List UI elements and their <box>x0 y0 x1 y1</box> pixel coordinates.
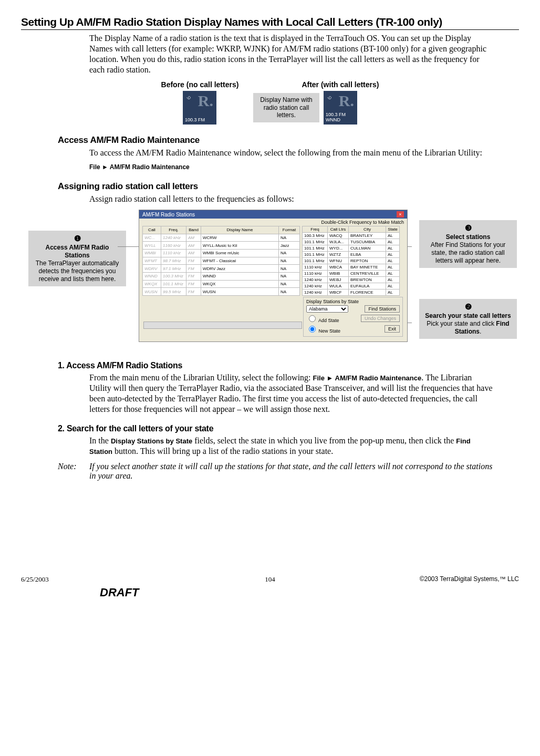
col-freq: Freq. <box>161 226 186 234</box>
heading-step1: 1. Access AM/FM Radio Stations <box>58 361 519 370</box>
callout-text-3: After Find Stations for your state, the … <box>431 241 506 264</box>
callout-number-3: ❸ <box>423 223 513 233</box>
signal-icon: ꩜ <box>327 94 333 101</box>
table-row[interactable]: 101.1 MHzWYD...CULLMANAL <box>303 245 400 252</box>
callout-step1: ❶ Access AM/FM Radio Stations The TerraP… <box>28 231 126 286</box>
display-by-state-label: Display Stations by State <box>306 299 400 304</box>
after-call-text: WNND <box>326 117 355 122</box>
radio-glyph: R. <box>198 92 213 110</box>
col-format: Format <box>279 226 300 234</box>
window-title: AM/FM Radio Stations <box>142 212 195 218</box>
footer-date: 6/25/2003 <box>21 575 49 584</box>
find-stations-button[interactable]: Find Stations <box>365 305 400 313</box>
callout-step3: ❸ Select stations After Find Stations fo… <box>419 220 517 268</box>
after-label: After (with call letters) <box>302 80 379 89</box>
table-row[interactable]: WUSN99.5 MHzFMWUSNNA <box>143 288 300 296</box>
new-state-radio[interactable]: New State <box>306 324 340 334</box>
table-row[interactable]: 1240 kHzWULAEUFAULAAL <box>303 283 400 289</box>
table-row[interactable]: WC...1240 kHzAMWCRWNA <box>143 234 300 242</box>
heading-assigning: Assigning radio station call letters <box>58 181 519 192</box>
table-row[interactable]: WDRV97.1 MHzFMWDRV JazzNA <box>143 265 300 273</box>
table-row[interactable]: 1110 kHzWBIBCENTREVILLEAL <box>303 271 400 277</box>
note-row: Note: If you select another state it wil… <box>58 462 519 481</box>
menu-path-access: File ► AM/FM Radio Maintenance <box>89 163 519 171</box>
before-label: Before (no call letters) <box>161 80 239 89</box>
inline-menu-path: File ► AM/FM Radio Maintenance <box>313 374 422 382</box>
callout-title-2: Search your state call letters <box>425 312 511 319</box>
page-footer: 6/25/2003 ©2003 TerraDigital Systems,™ L… <box>21 575 519 599</box>
signal-icon: ꩜ <box>186 94 192 101</box>
radio-icon-before: ꩜ R. 100.3 FM <box>183 91 216 125</box>
display-name-callout: Display Name with radio station call let… <box>253 93 319 122</box>
table-row[interactable]: WKQX101.1 MHzFMWKQXNA <box>143 280 300 288</box>
state-select[interactable]: Alabama <box>306 305 348 313</box>
table-row[interactable]: 101.1 MHzWJLA...TUSCUMBIAAL <box>303 239 400 245</box>
add-state-radio[interactable]: Add State <box>306 314 339 323</box>
callout-text-2a: Pick your state and click <box>427 320 496 327</box>
table-row[interactable]: 1240 kHzWBCFFLORENCEAL <box>303 289 400 296</box>
radio-glyph: R. <box>339 92 354 110</box>
table-row[interactable]: WMBI1110 kHzAMWMBI Some mUsicNA <box>143 249 300 257</box>
titlebar: AM/FM Radio Stations × <box>139 210 407 219</box>
detected-frequencies-table[interactable]: Call Freq. Band Display Name Format WC..… <box>142 226 300 296</box>
access-paragraph: To access the AM/FM Radio Maintenance wi… <box>89 148 493 158</box>
col-freq2: Freq <box>303 226 328 233</box>
intro-paragraph: The Display Name of a radio station is t… <box>89 33 493 75</box>
heading-step2: 2. Search for the call letters of your s… <box>58 424 519 433</box>
table-row[interactable]: WNND100.3 MHzFMWNNDNA <box>143 272 300 280</box>
footer-copyright: ©2003 TerraDigital Systems,™ LLC <box>420 575 519 583</box>
note-text: If you select another state it will call… <box>89 462 493 481</box>
table-row[interactable]: 1240 kHzWEBJBREWTONAL <box>303 277 400 283</box>
before-freq-text: 100.3 FM <box>185 117 214 122</box>
undo-changes-button[interactable]: Undo Changes <box>361 315 400 322</box>
col-state: State <box>386 226 400 233</box>
col-band: Band <box>186 226 201 234</box>
step2-paragraph: In the Display Stations by State fields,… <box>89 436 493 457</box>
callout-title-1: Access AM/FM Radio Stations <box>46 244 109 259</box>
col-callltr: Call Ltrs <box>328 226 349 233</box>
step1-paragraph: From the main menu of the Librarian Util… <box>89 372 493 415</box>
callout-number-1: ❶ <box>33 234 122 244</box>
assign-paragraph: Assign radio station call letters to the… <box>89 194 493 204</box>
col-call: Call <box>143 226 161 234</box>
col-display-name: Display Name <box>201 226 279 234</box>
page-title: Setting Up AM/FM Radio Station Display N… <box>21 16 519 30</box>
note-label: Note: <box>58 462 89 481</box>
state-stations-table[interactable]: Freq Call Ltrs City State 100.3 MHzWACQB… <box>302 226 400 296</box>
table-row[interactable]: 101.1 MHzWZTZELBAAL <box>303 252 400 258</box>
after-freq-text: 100.3 FM <box>326 112 355 117</box>
callout-text-2c: . <box>480 328 481 335</box>
callout-number-2: ❷ <box>423 302 513 312</box>
callout-text-1: The TerraPlayer automatically detects th… <box>36 260 119 283</box>
horizontal-scrollbar[interactable] <box>143 322 302 329</box>
table-row[interactable]: WFMT98.7 MHzFMWFMT - ClassicalNA <box>143 257 300 265</box>
hint-text: Double-Click Frequency to Make Match <box>139 219 407 226</box>
controls-panel: Display Stations by State Alabama Find S… <box>303 297 403 338</box>
callout-step2: ❷ Search your state call letters Pick yo… <box>419 299 517 339</box>
callout-title-3: Select stations <box>446 233 491 241</box>
exit-button[interactable]: Exit <box>385 325 400 333</box>
heading-access: Access AM/FM Radio Maintenance <box>58 135 519 146</box>
table-row[interactable]: 1110 kHzWBCABAY MINETTEAL <box>303 264 400 271</box>
table-row[interactable]: 101.1 MHzWFNUREPTONAL <box>303 258 400 264</box>
radio-icon-after: ꩜ R. 100.3 FM WNND <box>324 91 357 125</box>
inline-field-dsbs: Display Stations by State <box>111 437 192 445</box>
close-icon[interactable]: × <box>397 211 404 218</box>
screenshot-area: ❶ Access AM/FM Radio Stations The TerraP… <box>34 210 506 351</box>
table-row[interactable]: WYLL1160 kHzAMWYLL-Music to KilJazz <box>143 242 300 250</box>
table-row[interactable]: 100.3 MHzWACQBRANTLEYAL <box>303 233 400 239</box>
app-window: AM/FM Radio Stations × Double-Click Freq… <box>139 210 408 342</box>
col-city: City <box>349 226 386 233</box>
draft-watermark: DRAFT <box>100 586 519 599</box>
